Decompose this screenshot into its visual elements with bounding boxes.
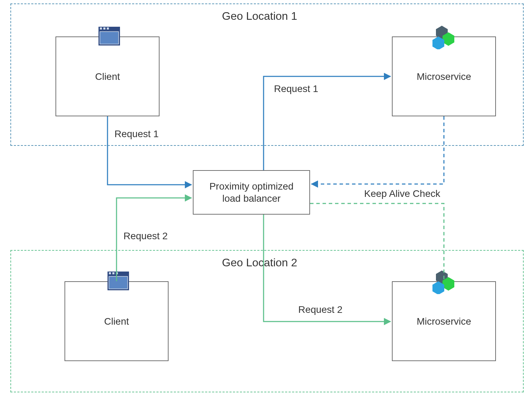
client-label: Client <box>104 315 129 327</box>
microservice-icon <box>431 270 459 294</box>
svg-rect-3 <box>103 27 105 30</box>
edge-label-keepalive: Keep Alive Check <box>364 188 440 199</box>
microservice-label: Microservice <box>417 315 471 327</box>
edge-label-request2-a: Request 2 <box>123 231 168 242</box>
edge-label-request2-b: Request 2 <box>298 304 343 315</box>
svg-rect-2 <box>100 27 102 30</box>
edge-label-request1-a: Request 1 <box>114 128 159 140</box>
svg-rect-12 <box>116 272 118 274</box>
svg-rect-11 <box>112 272 114 274</box>
svg-rect-9 <box>109 276 128 289</box>
region-title-1: Geo Location 1 <box>222 10 297 23</box>
svg-rect-4 <box>107 27 109 30</box>
microservice-icon <box>431 25 459 49</box>
client-label: Client <box>95 70 120 83</box>
edge-label-request1-b: Request 1 <box>274 83 318 94</box>
svg-rect-1 <box>100 32 119 44</box>
microservice-label: Microservice <box>417 70 471 83</box>
client-box-1: Client <box>55 36 160 116</box>
client-box-2: Client <box>65 281 169 361</box>
load-balancer-label: Proximity optimized load balancer <box>209 180 294 205</box>
client-icon <box>108 272 129 290</box>
client-icon <box>98 27 120 45</box>
load-balancer-box: Proximity optimized load balancer <box>193 170 310 215</box>
region-title-2: Geo Location 2 <box>222 256 297 269</box>
svg-rect-10 <box>109 272 111 274</box>
